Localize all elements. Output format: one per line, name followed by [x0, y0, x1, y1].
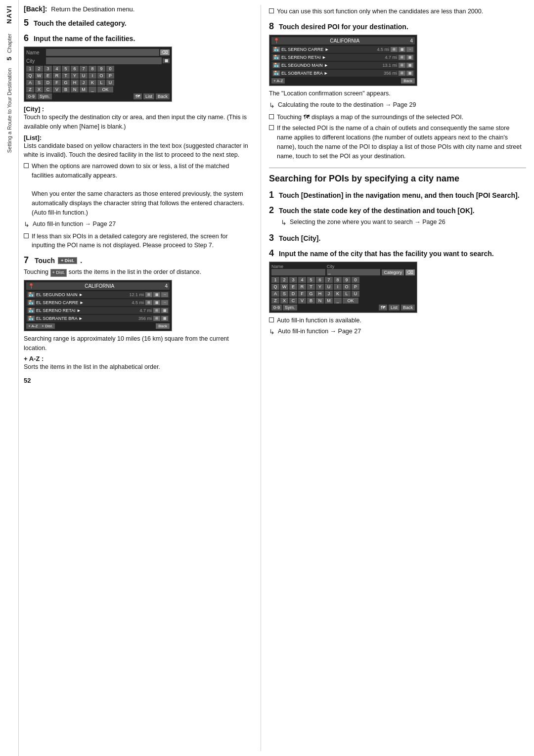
list-row-btn-a-2-2[interactable]: ⊞: [399, 55, 405, 60]
kb-key-1[interactable]: 1: [26, 66, 34, 72]
kb2-key-5[interactable]: 5: [307, 277, 315, 283]
list-row-2-4[interactable]: 🏪 EL SOBRANTE BRA ► 356 mi ⊞ ▦: [271, 70, 415, 77]
kb2-city-input[interactable]: _: [327, 269, 381, 275]
kb2-key-t[interactable]: T: [307, 284, 315, 290]
list-row-2-2[interactable]: 🏪 EL SERENO RETAI ► 4.7 mi ⊞ ▦: [271, 54, 415, 61]
list-az-btn-2[interactable]: + A-Z: [271, 78, 285, 84]
kb-key-e[interactable]: E: [44, 73, 52, 79]
list-row-1-1[interactable]: 🏪 EL SEGUNDO MAIN ► 12.1 mi ⊞ ▦ →: [26, 291, 170, 298]
kb-key-s[interactable]: S: [35, 80, 43, 86]
kb2-key-r[interactable]: R: [298, 284, 306, 290]
list-dist-btn-1[interactable]: + Dist.: [40, 323, 55, 329]
kb2-key-o[interactable]: O: [343, 284, 351, 290]
list-row-btn-a-2-4[interactable]: ⊞: [399, 71, 405, 76]
kb2-09-btn[interactable]: 0-9: [271, 305, 282, 311]
list-row-btn-b-2-4[interactable]: ▦: [406, 71, 413, 76]
kb-key-u[interactable]: U: [80, 73, 88, 79]
kb2-key-n[interactable]: N: [316, 298, 324, 304]
kb-key-q[interactable]: Q: [26, 73, 34, 79]
kb-key-p[interactable]: P: [106, 73, 114, 79]
list-back-btn-1[interactable]: Back: [156, 323, 170, 329]
kb2-key-w[interactable]: W: [280, 284, 288, 290]
list-row-btn-c-2-1[interactable]: →: [406, 47, 413, 52]
kb2-key-g[interactable]: G: [307, 291, 315, 297]
kb2-clear-btn[interactable]: ⌫: [405, 269, 415, 275]
kb2-key-i[interactable]: I: [334, 284, 342, 290]
kb-city-input[interactable]: [46, 57, 162, 64]
kb2-key-p[interactable]: P: [352, 284, 359, 290]
list-row-1-4[interactable]: 🏪 EL SOBRANTE BRA ► 356 mi ⊞ ▦: [26, 315, 170, 322]
kb-key-v[interactable]: V: [53, 87, 61, 92]
kb2-key-8[interactable]: 8: [334, 277, 342, 283]
list-row-btn-b-1-1[interactable]: ▦: [153, 292, 160, 297]
list-row-btn-a-2-1[interactable]: ⊞: [391, 47, 398, 52]
kb-key-w[interactable]: W: [35, 73, 43, 79]
kb-key-3[interactable]: 3: [44, 66, 52, 72]
kb2-key-2[interactable]: 2: [280, 277, 288, 283]
kb2-key-m[interactable]: M: [325, 298, 333, 304]
kb2-key-1[interactable]: 1: [271, 277, 279, 283]
kb-key-9[interactable]: 9: [97, 66, 105, 72]
kb-key-j[interactable]: J: [80, 80, 88, 86]
list-row-btn-b-2-1[interactable]: ▦: [399, 47, 405, 52]
kb2-key-x[interactable]: X: [280, 298, 288, 304]
kb-key-0[interactable]: 0: [106, 66, 114, 72]
kb-key-2[interactable]: 2: [35, 66, 43, 72]
list-row-btn-a-1-2[interactable]: ⊞: [145, 300, 152, 305]
kb-key-l[interactable]: L: [97, 80, 105, 86]
kb-key-n[interactable]: N: [71, 87, 79, 92]
kb2-key-7[interactable]: 7: [325, 277, 333, 283]
list-row-btn-b-1-3[interactable]: ▦: [161, 308, 168, 313]
kb2-list-btn[interactable]: List: [389, 305, 400, 311]
list-row-1-2[interactable]: 🏪 EL SERENO CARRE ► 4.5 mi ⊞ ▦ →: [26, 299, 170, 306]
list-row-btn-b-2-2[interactable]: ▦: [406, 55, 413, 60]
kb-sym-btn[interactable]: Sym.: [38, 93, 52, 99]
kb2-key-k[interactable]: K: [334, 291, 342, 297]
kb2-map-btn[interactable]: 🗺: [379, 305, 387, 311]
kb-list-btn[interactable]: List: [143, 93, 154, 99]
kb-09-btn[interactable]: 0-9: [26, 93, 37, 99]
kb-key-y[interactable]: Y: [71, 73, 79, 79]
kb2-key-ok[interactable]: OK: [343, 298, 358, 304]
kb-key-4[interactable]: 4: [53, 66, 61, 72]
kb2-sym-btn[interactable]: Sym.: [283, 305, 297, 311]
list-row-1-3[interactable]: 🏪 EL SERENO RETAI ► 4.7 mi ⊞ ▦: [26, 307, 170, 314]
kb2-key-l[interactable]: L: [343, 291, 351, 297]
kb2-key-h[interactable]: H: [316, 291, 324, 297]
kb-key-a[interactable]: A: [26, 80, 34, 86]
kb2-key-3[interactable]: 3: [289, 277, 297, 283]
dist-btn-inline[interactable]: + Dist.: [50, 269, 67, 277]
kb2-key-f[interactable]: F: [298, 291, 306, 297]
kb2-key-b[interactable]: B: [307, 298, 315, 304]
kb2-key-d[interactable]: D: [289, 291, 297, 297]
kb2-back-btn[interactable]: Back: [401, 305, 415, 311]
kb-key-under[interactable]: _: [89, 87, 96, 92]
kb-map-btn[interactable]: 🗺: [134, 93, 142, 99]
kb-name-input[interactable]: [46, 49, 159, 56]
kb-clear-btn[interactable]: ⌫: [160, 49, 170, 55]
list-row-2-1[interactable]: 🏪 EL SERENO CARRE ► 4.5 mi ⊞ ▦ →: [271, 46, 415, 53]
kb-key-d[interactable]: D: [44, 80, 52, 86]
kb2-key-a[interactable]: A: [271, 291, 279, 297]
kb-key-5[interactable]: 5: [62, 66, 70, 72]
kb-key-b[interactable]: B: [62, 87, 70, 92]
kb-back-btn[interactable]: Back: [156, 93, 170, 99]
kb2-key-y[interactable]: Y: [316, 284, 324, 290]
kb-key-8[interactable]: 8: [89, 66, 96, 72]
list-row-2-3[interactable]: 🏪 EL SEGUNDO MAIN ► 13.1 mi ⊞ ▦: [271, 62, 415, 69]
kb2-key-e[interactable]: E: [289, 284, 297, 290]
kb2-key-s[interactable]: S: [280, 291, 288, 297]
kb2-key-u[interactable]: U: [325, 284, 333, 290]
kb2-key-4[interactable]: 4: [298, 277, 306, 283]
list-row-btn-c-1-2[interactable]: →: [161, 300, 168, 305]
kb-key-t[interactable]: T: [62, 73, 70, 79]
kb2-key-u2[interactable]: U: [352, 291, 359, 297]
list-row-btn-b-1-2[interactable]: ▦: [153, 300, 160, 305]
kb-key-x[interactable]: X: [35, 87, 43, 92]
kb-key-6[interactable]: 6: [71, 66, 79, 72]
kb2-name-input[interactable]: [271, 269, 325, 275]
kb2-key-j[interactable]: J: [325, 291, 333, 297]
kb-key-o[interactable]: O: [97, 73, 105, 79]
kb-key-g[interactable]: G: [62, 80, 70, 86]
kb-key-h[interactable]: H: [71, 80, 79, 86]
